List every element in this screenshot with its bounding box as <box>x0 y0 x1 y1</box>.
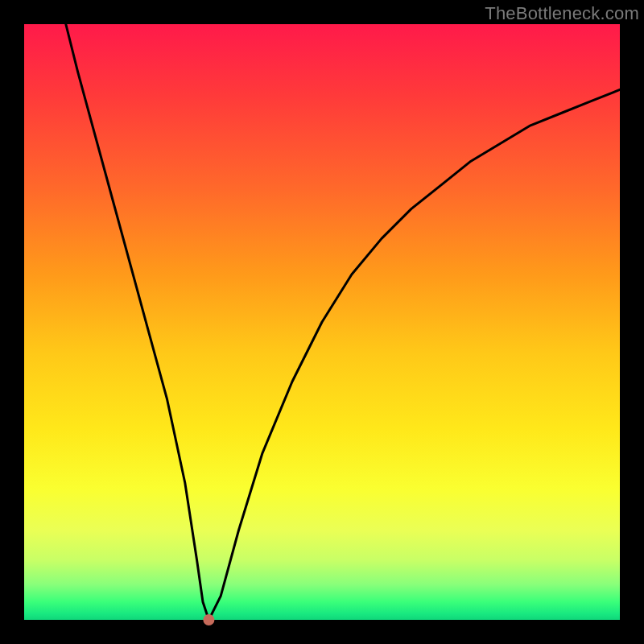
curve-svg <box>24 24 620 620</box>
plot-area <box>24 24 620 620</box>
watermark-text: TheBottleneck.com <box>485 3 639 24</box>
optimum-marker <box>203 614 214 625</box>
bottleneck-curve-path <box>66 24 620 620</box>
chart-frame: TheBottleneck.com <box>0 0 644 644</box>
